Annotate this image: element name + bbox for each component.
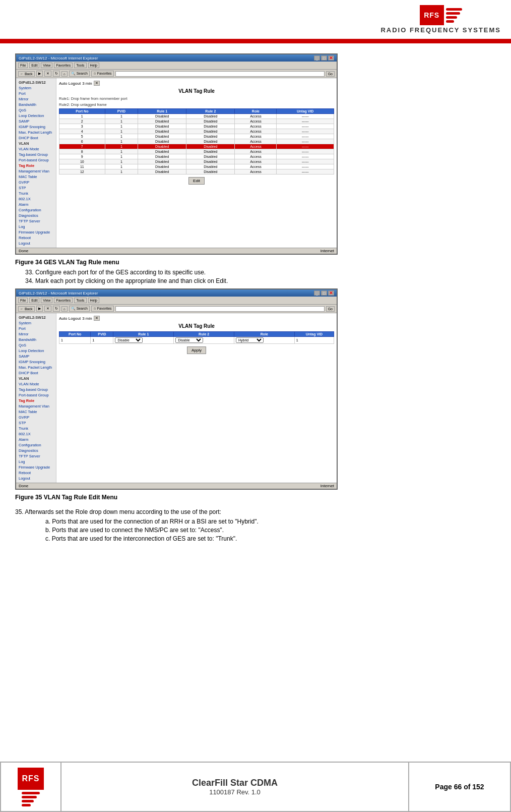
sidebar35-stp[interactable]: STP xyxy=(16,420,56,426)
close-btn[interactable]: ✕ xyxy=(328,55,334,61)
sidebar-samp[interactable]: SAMP xyxy=(16,119,56,124)
sidebar-igmp[interactable]: IGMP Snooping xyxy=(16,124,56,130)
sidebar-port[interactable]: Port xyxy=(16,91,56,96)
home-btn[interactable]: ⌂ xyxy=(61,71,68,77)
table-row[interactable]: 9 1 Disabled Disabled Access ------ xyxy=(59,154,334,159)
table-row[interactable]: 8 1 Disabled Disabled Access ------ xyxy=(59,149,334,154)
address-bar[interactable]: http://192.168.1.1/main_frame.html?first… xyxy=(115,71,325,77)
sidebar35-qos[interactable]: QoS xyxy=(16,342,56,348)
sidebar35-maxpkt[interactable]: Max. Packet Length xyxy=(16,365,56,370)
stop35-btn[interactable]: ✕ xyxy=(44,306,51,312)
sidebar35-logout[interactable]: Logout xyxy=(16,476,56,481)
refresh35-btn[interactable]: ↻ xyxy=(53,306,60,312)
sidebar35-mirror[interactable]: Mirror xyxy=(16,331,56,337)
stop-btn[interactable]: ✕ xyxy=(44,71,51,77)
sidebar35-tftp[interactable]: TFTP Server xyxy=(16,453,56,459)
sidebar-vlanmode[interactable]: VLAN Mode xyxy=(16,146,56,152)
sidebar-qos[interactable]: QoS xyxy=(16,107,56,113)
table-row[interactable]: 5 1 Disabled Disabled Access ------ xyxy=(59,134,334,139)
sidebar35-port[interactable]: Port xyxy=(16,326,56,331)
sidebar35-system[interactable]: System xyxy=(16,320,56,326)
sidebar-mgmtvlan[interactable]: Management Vlan xyxy=(16,168,56,174)
file-menu[interactable]: File xyxy=(18,63,28,68)
view35-menu[interactable]: View xyxy=(41,298,52,303)
go35-btn[interactable]: Go xyxy=(326,306,335,312)
address35-bar[interactable]: http://192.168.1.1/main_frame.html?first… xyxy=(115,306,325,312)
sidebar35-trunk[interactable]: Trunk xyxy=(16,426,56,431)
sidebar-logout[interactable]: Logout xyxy=(16,241,56,246)
home35-btn[interactable]: ⌂ xyxy=(61,306,68,312)
sidebar-tftp[interactable]: TFTP Server xyxy=(16,218,56,224)
favorites-btn[interactable]: ☆ Favorites xyxy=(91,71,114,77)
sidebar35-tagbased[interactable]: Tag-based Group xyxy=(16,387,56,392)
sidebar35-loop[interactable]: Loop Detection xyxy=(16,348,56,354)
help35-menu[interactable]: Help xyxy=(88,298,99,303)
tools-menu[interactable]: Tools xyxy=(74,63,86,68)
edit-role-cell[interactable]: Access Hybrid Trunk xyxy=(234,337,295,344)
rule1-select[interactable]: Disable Enable xyxy=(115,337,143,343)
table-row[interactable]: 7 1 Disabled Disabled Access ------ xyxy=(59,144,334,149)
table-row[interactable]: 12 1 Disabled Disabled Access ------ xyxy=(59,169,334,175)
sidebar35-reboot[interactable]: Reboot xyxy=(16,470,56,476)
table-row[interactable]: 10 1 Disabled Disabled Access ------ xyxy=(59,159,334,164)
file35-menu[interactable]: File xyxy=(18,298,28,303)
forward35-btn[interactable]: ▶ xyxy=(36,306,43,312)
edit-menu[interactable]: Edit xyxy=(29,63,39,68)
sidebar35-bandwidth[interactable]: Bandwidth xyxy=(16,337,56,342)
sidebar35-mactable[interactable]: MAC Table xyxy=(16,409,56,415)
minimize-btn[interactable]: _ xyxy=(314,55,320,61)
sidebar35-mgmtvlan[interactable]: Management Vlan xyxy=(16,403,56,409)
sidebar-stp[interactable]: STP xyxy=(16,185,56,191)
go-btn[interactable]: Go xyxy=(326,71,335,77)
sidebar-tagrole[interactable]: Tag Role xyxy=(16,163,56,168)
maximize-btn[interactable]: □ xyxy=(321,55,327,61)
auto-logout35-close[interactable]: ✕ xyxy=(94,316,100,321)
search-btn[interactable]: 🔍 Search xyxy=(69,71,90,77)
sidebar-8021x[interactable]: 802.1X xyxy=(16,196,56,202)
sidebar-config[interactable]: Configuration xyxy=(16,207,56,213)
sidebar-loop[interactable]: Loop Detection xyxy=(16,113,56,119)
search35-btn[interactable]: 🔍 Search xyxy=(69,306,90,312)
sidebar35-samp[interactable]: SAMP xyxy=(16,354,56,359)
rule2-select[interactable]: Disable Enable xyxy=(175,337,203,343)
table-row[interactable]: 2 1 Disabled Disabled Access ------ xyxy=(59,119,334,124)
view-menu[interactable]: View xyxy=(41,63,52,68)
edit-button34[interactable]: Edit xyxy=(188,177,205,185)
tools35-menu[interactable]: Tools xyxy=(74,298,86,303)
sidebar-log[interactable]: Log xyxy=(16,224,56,229)
sidebar-mactable[interactable]: MAC Table xyxy=(16,174,56,180)
sidebar35-vlanmode[interactable]: VLAN Mode xyxy=(16,381,56,387)
sidebar35-portbased[interactable]: Port-based Group xyxy=(16,392,56,398)
sidebar-portbased[interactable]: Port-based Group xyxy=(16,157,56,163)
sidebar-dhcp[interactable]: DHCP Boot xyxy=(16,135,56,141)
sidebar35-tagrole[interactable]: Tag Role xyxy=(16,398,56,403)
sidebar35-8021x[interactable]: 802.1X xyxy=(16,431,56,437)
sidebar35-fw[interactable]: Firmware Upgrade xyxy=(16,465,56,470)
role-select[interactable]: Access Hybrid Trunk xyxy=(236,337,264,343)
edit-rule2-cell[interactable]: Disable Enable xyxy=(174,337,234,344)
sidebar-gvrp[interactable]: GVRP xyxy=(16,180,56,185)
apply-button[interactable]: Apply xyxy=(187,346,206,354)
edit35-menu[interactable]: Edit xyxy=(29,298,39,303)
help-menu[interactable]: Help xyxy=(88,63,99,68)
sidebar35-igmp[interactable]: IGMP Snooping xyxy=(16,359,56,365)
forward-btn[interactable]: ▶ xyxy=(36,71,43,77)
edit-rule1-cell[interactable]: Disable Enable xyxy=(113,337,174,344)
sidebar35-log[interactable]: Log xyxy=(16,459,56,465)
sidebar-fw[interactable]: Firmware Upgrade xyxy=(16,229,56,235)
sidebar-maxpkt[interactable]: Max. Packet Length xyxy=(16,130,56,135)
min35-btn[interactable]: _ xyxy=(314,291,320,296)
table-row[interactable]: 11 1 Disabled Disabled Access ------ xyxy=(59,164,334,169)
sidebar-mirror[interactable]: Mirror xyxy=(16,96,56,102)
sidebar-system[interactable]: System xyxy=(16,85,56,91)
sidebar-tagbased[interactable]: Tag-based Group xyxy=(16,152,56,157)
sidebar-reboot[interactable]: Reboot xyxy=(16,235,56,241)
sidebar-diag[interactable]: Diagnostics xyxy=(16,213,56,218)
sidebar35-dhcp[interactable]: DHCP Boot xyxy=(16,370,56,376)
back-btn[interactable]: ← Back xyxy=(18,71,35,77)
sidebar35-gvrp[interactable]: GVRP xyxy=(16,415,56,420)
table-row[interactable]: 3 1 Disabled Disabled Access ------ xyxy=(59,124,334,129)
refresh-btn[interactable]: ↻ xyxy=(53,71,60,77)
sidebar35-alarm[interactable]: Alarm xyxy=(16,437,56,442)
back35-btn[interactable]: ← Back xyxy=(18,306,35,312)
